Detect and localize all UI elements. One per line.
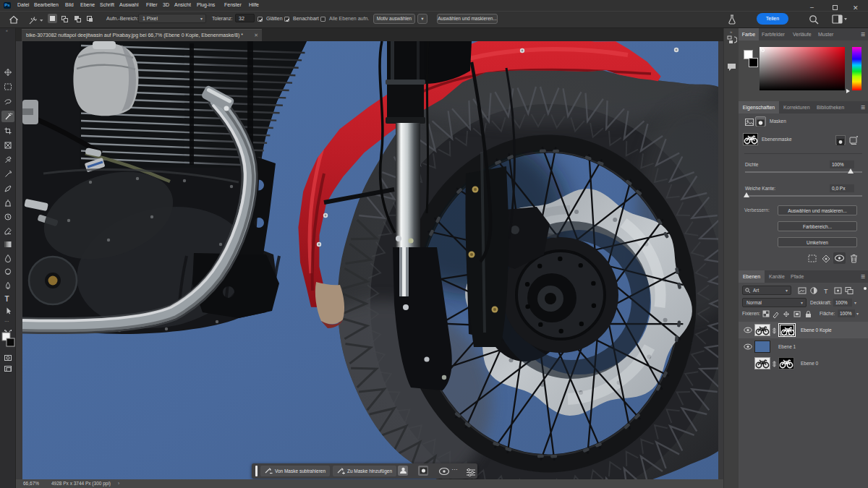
svg-text:T: T	[824, 288, 828, 295]
svg-text:⋯: ⋯	[4, 319, 9, 323]
svg-text:T: T	[5, 295, 9, 303]
